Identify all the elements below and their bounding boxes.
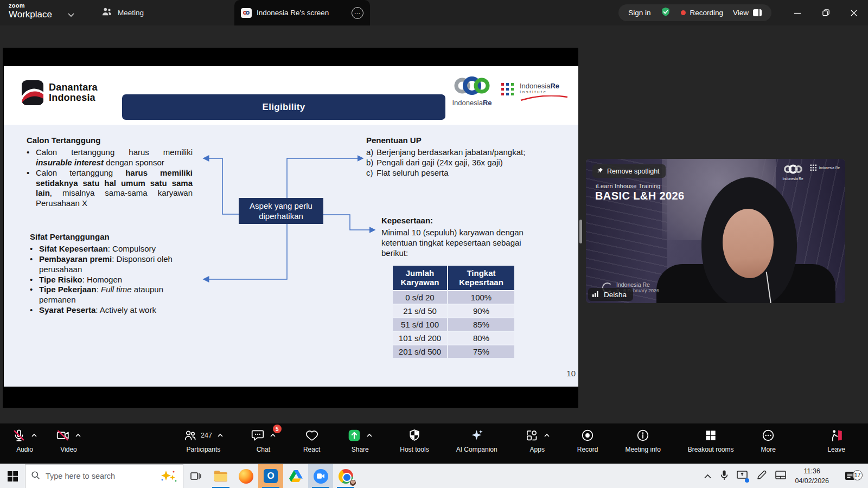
meeting-people-icon xyxy=(101,7,113,18)
training-subtitle: iLearn Inhouse Training xyxy=(596,183,661,189)
chevron-up-icon[interactable] xyxy=(217,433,224,438)
taskbar-outlook[interactable]: O xyxy=(258,464,283,488)
tray-expand-icon[interactable] xyxy=(704,471,712,481)
toolbar-breakout-rooms[interactable]: Breakout rooms xyxy=(688,427,734,453)
institute-swoosh-icon xyxy=(520,95,569,101)
close-button[interactable] xyxy=(840,0,868,25)
firefox-icon xyxy=(239,469,253,484)
chrome-profile-avatar xyxy=(349,479,356,486)
tab-options-icon[interactable]: … xyxy=(352,7,363,19)
toolbar-label: Participants xyxy=(187,446,221,453)
toolbar-meeting-info[interactable]: Meeting info xyxy=(625,427,660,453)
institute-dots-icon xyxy=(501,82,516,98)
tab-shared-screen[interactable]: Indonesia Re's screen … xyxy=(234,0,370,25)
breakout-icon xyxy=(704,428,718,442)
lettered-item: b)Pengali dari gaji (24x gaji, 36x gaji) xyxy=(366,158,540,168)
tab-meeting[interactable]: Meeting xyxy=(95,0,149,25)
google-drive-icon xyxy=(289,470,303,482)
penentuan-up-block: Penentuan UP a)Berjenjang berdasarkan ja… xyxy=(366,136,540,178)
toolbar-participants[interactable]: 247Participants xyxy=(183,427,224,453)
start-button[interactable] xyxy=(0,464,25,488)
calon-title: Calon Tertanggung xyxy=(27,136,193,146)
toolbar-ai-companion[interactable]: AI Companion xyxy=(456,427,497,453)
brand-workplace: Workplace xyxy=(9,10,52,19)
notification-center-button[interactable]: 17 xyxy=(838,471,863,481)
taskbar-firefox[interactable] xyxy=(233,464,258,488)
task-view-button[interactable] xyxy=(183,464,208,488)
unread-badge: 5 xyxy=(273,425,282,433)
toolbar-audio[interactable]: Audio xyxy=(12,427,37,453)
spotlight-video-tile[interactable]: Indonesia Re Indonesia Re Remove spotlig… xyxy=(586,159,845,303)
bullet-item: •Sifat Kepesertaan: Compulsory xyxy=(30,244,193,254)
chevron-up-icon[interactable] xyxy=(270,433,276,438)
bullet-item: •Tipe Risiko: Homogen xyxy=(30,275,193,285)
toolbar-label: Leave xyxy=(827,446,845,453)
sign-in-button[interactable]: Sign in xyxy=(628,9,650,17)
toolbar-more[interactable]: More xyxy=(761,427,776,453)
search-placeholder: Type here to search xyxy=(46,472,154,480)
toolbar-video[interactable]: Video xyxy=(56,427,81,453)
toolbar-label: AI Companion xyxy=(456,446,497,453)
info-icon xyxy=(636,428,650,442)
toolbar-label: Record xyxy=(577,446,598,453)
task-view-icon xyxy=(190,471,201,481)
security-shield-icon[interactable] xyxy=(660,7,671,19)
bullet-item: •Calon tertanggung harus memiliki insura… xyxy=(27,147,193,168)
taskbar-google-drive[interactable] xyxy=(283,464,308,488)
windows-logo-icon xyxy=(8,471,18,481)
toolbar-record[interactable]: Record xyxy=(577,427,598,453)
table-row: 201 s/d 50075% xyxy=(393,345,514,358)
meeting-toolbar: AudioVideo 247Participants5ChatReactShar… xyxy=(0,423,868,464)
taskbar-chrome[interactable] xyxy=(333,464,358,488)
tray-display-share-icon[interactable] xyxy=(737,471,748,482)
tab-meeting-label: Meeting xyxy=(118,9,144,17)
tray-microphone-icon[interactable] xyxy=(720,470,728,483)
table-row: 21 s/d 5090% xyxy=(393,305,514,317)
toolbar-apps[interactable]: Apps xyxy=(525,427,550,453)
remove-spotlight-button[interactable]: Remove spotlight xyxy=(592,164,666,178)
view-layout-icon xyxy=(753,9,762,16)
toolbar-share[interactable]: Share xyxy=(347,427,373,453)
center-aspect-box: Aspek yang perlu diperhatikan xyxy=(239,198,323,224)
recording-indicator[interactable]: Recording xyxy=(681,9,723,17)
chevron-up-icon[interactable] xyxy=(544,433,550,438)
toolbar-label: Apps xyxy=(530,446,545,453)
lettered-item: c)Flat seluruh peserta xyxy=(366,168,540,178)
participants-icon xyxy=(183,428,197,442)
chevron-up-icon[interactable] xyxy=(75,433,81,438)
outlook-icon: O xyxy=(264,469,278,483)
tray-touchpad-icon[interactable] xyxy=(775,471,786,481)
institute-sub-label: Institute xyxy=(520,90,569,95)
display-status-dot xyxy=(745,478,749,483)
minimize-button[interactable] xyxy=(783,0,812,25)
sparkle-icon xyxy=(470,428,484,442)
taskbar-clock[interactable]: 11:36 04/02/2026 xyxy=(795,466,829,486)
toolbar-chat[interactable]: 5Chat xyxy=(251,427,276,453)
apps-icon xyxy=(525,428,539,442)
danantara-logo: Danantara Indonesia xyxy=(22,80,98,105)
chevron-up-icon[interactable] xyxy=(31,433,37,438)
tray-pen-icon[interactable] xyxy=(756,470,767,483)
taskbar-search-box[interactable]: Type here to search xyxy=(25,464,183,488)
chevron-up-icon[interactable] xyxy=(366,433,373,438)
penentuan-title: Penentuan UP xyxy=(366,136,540,146)
panel-resize-handle[interactable] xyxy=(579,220,582,243)
zoom-app-icon xyxy=(314,469,328,484)
toolbar-react[interactable]: React xyxy=(303,427,320,453)
taskbar-zoom[interactable] xyxy=(308,464,333,488)
danantara-logo-line2: Indonesia xyxy=(49,93,98,103)
presentation-slide: Danantara Indonesia Eligibility Indonesi… xyxy=(4,66,578,387)
search-highlights-icon[interactable] xyxy=(159,470,177,483)
restore-button[interactable] xyxy=(812,0,840,25)
remove-spotlight-label: Remove spotlight xyxy=(607,168,660,175)
view-button[interactable]: View xyxy=(733,9,762,17)
window-titlebar: zoom Workplace Meeting Indonesia Re's sc… xyxy=(0,0,868,25)
lettered-item: a)Berjenjang berdasarkan jabatan/pangkat… xyxy=(366,147,540,158)
table-header: Tingkat Kepesrtaan xyxy=(448,266,514,290)
toolbar-leave[interactable]: Leave xyxy=(827,427,845,453)
toolbar-host-tools[interactable]: Host tools xyxy=(400,427,429,453)
taskbar-file-explorer[interactable] xyxy=(208,464,233,488)
table-row: 101 s/d 20080% xyxy=(393,332,514,344)
chevron-down-icon[interactable] xyxy=(67,10,75,20)
table-header: Jumlah Karyawan xyxy=(393,266,447,290)
